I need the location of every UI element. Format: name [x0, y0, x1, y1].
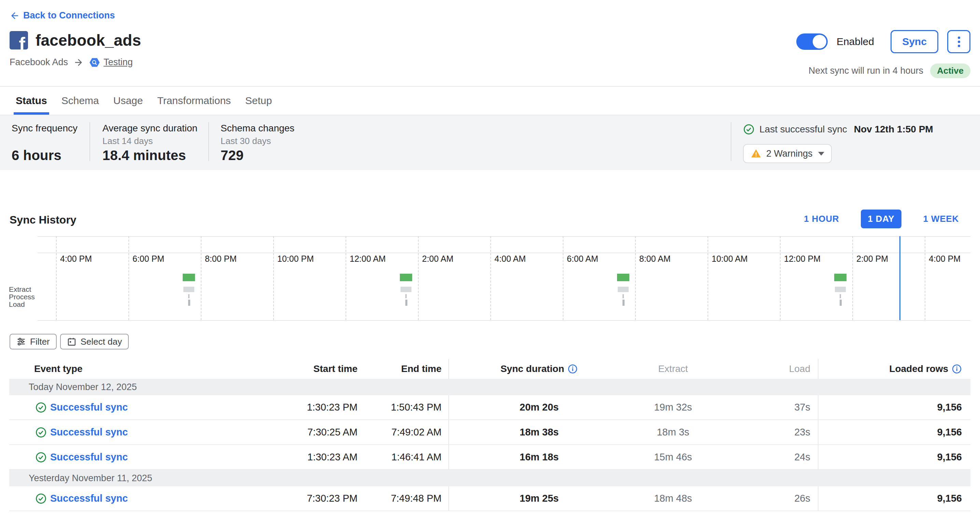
- tab-setup[interactable]: Setup: [245, 87, 272, 115]
- table-row[interactable]: Successful sync1:30:23 AM1:46:41 AM16m 1…: [9, 445, 970, 470]
- start-time-cell: 7:30:25 AM: [266, 427, 364, 438]
- back-to-connections-link[interactable]: Back to Connections: [10, 10, 115, 21]
- chart-extract-bar[interactable]: [617, 274, 629, 281]
- chart-tick-label: 4:00 PM: [929, 254, 961, 264]
- chart-row-label-load: Load: [9, 300, 25, 308]
- more-actions-button[interactable]: [947, 30, 970, 53]
- chart-row-label-process: Process: [9, 293, 35, 301]
- toggle-label: Enabled: [837, 36, 874, 48]
- warnings-button[interactable]: 2 Warnings: [743, 144, 832, 163]
- load-cell: 24s: [717, 445, 818, 469]
- stat-average-sync-duration: Average sync duration Last 14 days 18.4 …: [90, 115, 209, 170]
- caret-down-icon: [818, 152, 824, 156]
- table-header-row: Event type Start time End time Sync dura…: [9, 359, 970, 379]
- bigquery-icon: [89, 57, 100, 68]
- chart-gridline: [852, 236, 853, 320]
- event-type-cell[interactable]: Successful sync: [9, 493, 266, 504]
- table-row[interactable]: Successful sync7:30:23 PM7:49:48 PM19m 2…: [9, 486, 970, 511]
- tab-schema[interactable]: Schema: [62, 87, 99, 115]
- chart-load-bar[interactable]: [188, 300, 190, 306]
- chart-load-bar[interactable]: [405, 300, 407, 306]
- page-title: facebook_ads: [35, 31, 141, 49]
- extract-cell: 19m 32s: [629, 402, 717, 413]
- chart-tick-label: 4:00 PM: [60, 254, 92, 264]
- tab-status[interactable]: Status: [16, 87, 47, 115]
- chart-gridline: [635, 236, 636, 320]
- chart-load-tick: [622, 294, 624, 298]
- destination-link[interactable]: Testing: [89, 57, 133, 68]
- sync-duration-cell: 19m 25s: [449, 493, 629, 504]
- table-row[interactable]: Successful sync1:30:23 PM1:50:43 PM20m 2…: [9, 395, 970, 420]
- chart-gridline: [925, 236, 925, 320]
- sync-duration-cell: 16m 18s: [449, 451, 629, 463]
- chart-gridline: [490, 236, 491, 320]
- chart-extract-bar[interactable]: [400, 274, 412, 281]
- chart-tick-label: 12:00 PM: [784, 254, 821, 264]
- tab-usage[interactable]: Usage: [113, 87, 143, 115]
- chart-process-bar[interactable]: [618, 287, 628, 292]
- chart-gridline: [128, 236, 129, 320]
- chart-tick-label: 10:00 AM: [712, 254, 748, 264]
- source-name: Facebook Ads: [10, 57, 68, 68]
- stat-sync-frequency: Sync frequency 6 hours: [0, 115, 90, 170]
- info-icon[interactable]: [952, 364, 962, 374]
- info-icon[interactable]: [568, 364, 578, 374]
- tab-transformations[interactable]: Transformations: [157, 87, 231, 115]
- chart-gridline: [56, 236, 57, 320]
- loaded-rows-cell: 9,156: [818, 402, 970, 413]
- select-day-button[interactable]: Select day: [60, 334, 129, 349]
- tab-bar: StatusSchemaUsageTransformationsSetup: [0, 86, 980, 115]
- last-sync-value: Nov 12th 1:50 PM: [854, 124, 933, 135]
- connector-status-page: Back to Connections f facebook_ads Faceb…: [0, 0, 980, 516]
- loaded-rows-cell: 9,156: [818, 427, 970, 438]
- success-check-icon: [35, 427, 47, 438]
- chart-tick-label: 4:00 AM: [495, 254, 526, 264]
- success-check-icon: [743, 124, 755, 135]
- chart-process-bar[interactable]: [835, 287, 846, 292]
- event-type-cell[interactable]: Successful sync: [9, 451, 266, 463]
- chart-tick-label: 6:00 PM: [132, 254, 164, 264]
- extract-cell: 18m 48s: [629, 493, 717, 504]
- enabled-toggle[interactable]: [796, 33, 828, 50]
- chart-gridline: [273, 236, 274, 320]
- page-header: Back to Connections f facebook_ads Faceb…: [0, 0, 980, 86]
- sync-duration-cell: 18m 38s: [449, 427, 629, 438]
- chart-extract-bar[interactable]: [834, 274, 846, 281]
- chart-tick-label: 6:00 AM: [567, 254, 598, 264]
- chart-tick-label: 2:00 AM: [422, 254, 453, 264]
- load-cell: 23s: [717, 420, 818, 445]
- chart-load-bar[interactable]: [622, 300, 625, 306]
- arrow-right-icon: [73, 57, 84, 68]
- end-time-cell: 1:50:43 PM: [364, 395, 449, 419]
- table-group-row: Today November 12, 2025: [9, 379, 970, 395]
- sync-history-table: Event type Start time End time Sync dura…: [9, 359, 970, 511]
- calendar-icon: [67, 337, 76, 346]
- chart-tick-label: 2:00 PM: [856, 254, 888, 264]
- status-badge: Active: [930, 64, 970, 78]
- filter-icon: [16, 337, 26, 346]
- table-row[interactable]: Successful sync7:30:25 AM7:49:02 AM18m 3…: [9, 420, 970, 445]
- chart-process-bar[interactable]: [401, 287, 412, 292]
- stat-schema-changes: Schema changes Last 30 days 729: [209, 115, 307, 170]
- filter-button[interactable]: Filter: [10, 334, 57, 349]
- chart-process-bar[interactable]: [183, 287, 194, 292]
- start-time-cell: 7:30:23 PM: [266, 493, 364, 504]
- load-cell: 37s: [717, 395, 818, 419]
- facebook-icon: f: [10, 31, 28, 49]
- start-time-cell: 1:30:23 PM: [266, 402, 364, 413]
- kebab-icon: [958, 37, 960, 47]
- back-arrow-icon: [10, 11, 20, 21]
- sync-history-chart: 4:00 PM6:00 PM8:00 PM10:00 PM12:00 AM2:0…: [0, 218, 980, 327]
- event-type-cell[interactable]: Successful sync: [9, 402, 266, 413]
- success-check-icon: [35, 451, 47, 463]
- sync-button[interactable]: Sync: [891, 30, 938, 53]
- chart-extract-bar[interactable]: [183, 274, 195, 281]
- load-cell: 26s: [717, 486, 818, 511]
- chart-load-bar[interactable]: [840, 300, 842, 306]
- chart-gridline: [708, 236, 708, 320]
- loaded-rows-cell: 9,156: [818, 493, 970, 504]
- loaded-rows-cell: 9,156: [818, 451, 970, 463]
- extract-cell: 15m 46s: [629, 451, 717, 463]
- success-check-icon: [35, 493, 47, 504]
- event-type-cell[interactable]: Successful sync: [9, 427, 266, 438]
